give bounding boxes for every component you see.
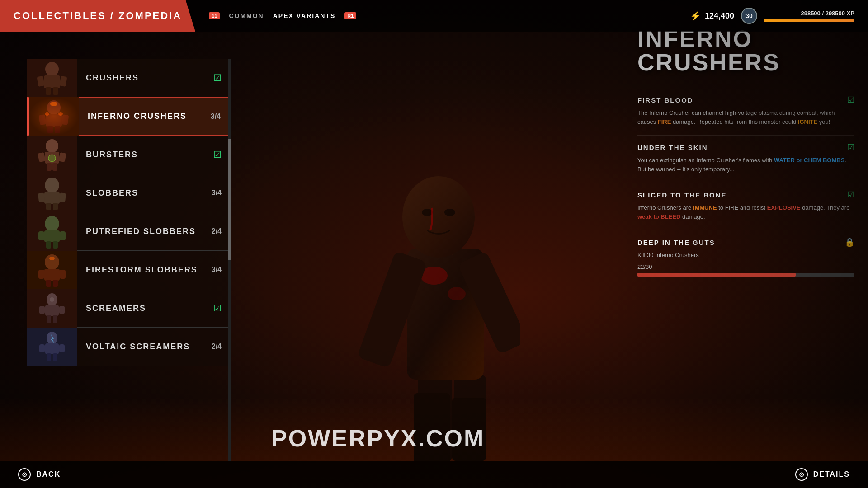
sidebar-item-label-firestorm: FIRESTORM SLOBBERS xyxy=(77,265,212,275)
highlight-immune-1: IMMUNE xyxy=(693,204,717,211)
monster-title: INFERNO CRUSHERS xyxy=(637,27,854,74)
svg-rect-50 xyxy=(39,344,45,352)
currency-value: 124,400 xyxy=(705,11,734,21)
sidebar-item-thumb-inferno xyxy=(29,97,79,136)
svg-point-64 xyxy=(402,176,475,258)
check-icon-sliced: ☑ xyxy=(847,190,854,200)
svg-rect-17 xyxy=(38,152,45,162)
details-button[interactable]: ⊙ DETAILS xyxy=(795,468,850,481)
tab-apex-variants[interactable]: APEX VARIANTS xyxy=(273,12,336,19)
sidebar-item-firestorm-slobbers[interactable]: FIRESTORM SLOBBERS 3/4 xyxy=(27,251,231,289)
info-entry-title-deep-guts: DEEP IN THE GUTS xyxy=(637,239,715,246)
sidebar-item-putrefied-slobbers[interactable]: PUTREFIED SLOBBERS 2/4 xyxy=(27,212,231,251)
inferno-glow xyxy=(29,97,79,136)
svg-rect-37 xyxy=(60,270,66,279)
svg-rect-33 xyxy=(53,241,58,249)
info-entry-header-under-skin: UNDER THE SKIN ☑ xyxy=(637,142,854,152)
common-badge: 11 xyxy=(209,12,220,19)
sidebar-scrollbar[interactable] xyxy=(228,59,231,461)
info-entry-body-sliced: Inferno Crushers are IMMUNE to FIRE and … xyxy=(637,203,854,221)
svg-rect-31 xyxy=(60,231,66,240)
svg-point-28 xyxy=(45,216,59,231)
xp-area: ⚡ 124,400 30 298500 / 298500 XP xyxy=(690,8,854,24)
svg-rect-30 xyxy=(38,231,44,240)
sidebar-item-thumb-putrefied xyxy=(27,212,77,251)
back-btn-icon: ⊙ xyxy=(18,468,31,481)
check-icon-first-blood: ☑ xyxy=(847,95,854,105)
sidebar-scrollbar-thumb xyxy=(228,139,231,260)
svg-rect-32 xyxy=(46,241,51,249)
sidebar-item-label-bursters: BURSTERS xyxy=(77,150,213,160)
svg-rect-53 xyxy=(53,353,57,361)
svg-rect-45 xyxy=(47,315,51,323)
progress-label: 22/30 xyxy=(637,263,854,270)
xp-bar-container: 298500 / 298500 XP xyxy=(764,10,854,22)
svg-rect-36 xyxy=(38,270,44,279)
xp-bar-fill xyxy=(764,19,854,22)
details-btn-label: DETAILS xyxy=(813,470,850,479)
highlight-fire-1: FIRE xyxy=(658,118,671,125)
sidebar-item-crushers[interactable]: CRUSHERS ☑ xyxy=(27,59,231,97)
sidebar-item-voltaic-screamers[interactable]: VOLTAIC SCREAMERS 2/4 xyxy=(27,328,231,366)
currency-display: ⚡ 124,400 xyxy=(690,10,734,21)
svg-rect-23 xyxy=(44,192,60,204)
sidebar-item-slobbers[interactable]: SLOBBERS 3/4 xyxy=(27,174,231,212)
info-entry-title-under-skin: UNDER THE SKIN xyxy=(637,144,708,151)
sidebar-item-screamers[interactable]: SCREAMERS ☑ xyxy=(27,289,231,328)
svg-point-47 xyxy=(50,297,54,302)
top-nav: 11 COMMON APEX VARIANTS R1 xyxy=(195,12,356,19)
top-bar: COLLECTIBLES / ZOMPEDIA 11 COMMON APEX V… xyxy=(0,0,868,32)
svg-point-21 xyxy=(48,155,56,162)
svg-point-15 xyxy=(46,139,58,153)
svg-rect-49 xyxy=(45,343,59,354)
info-entry-header-deep-guts: DEEP IN THE GUTS 🔒 xyxy=(637,237,854,247)
sidebar-item-label-crushers: CRUSHERS xyxy=(77,73,213,83)
svg-rect-27 xyxy=(53,203,58,210)
monster-figure xyxy=(348,122,520,461)
tab-common[interactable]: COMMON xyxy=(229,12,264,19)
svg-rect-5 xyxy=(53,87,58,95)
monster-display-area xyxy=(226,36,642,461)
svg-rect-35 xyxy=(44,269,60,281)
sidebar-item-thumb-bursters xyxy=(27,136,77,174)
sidebar-item-inferno-crushers[interactable]: INFERNO CRUSHERS 3/4 xyxy=(27,97,231,136)
collectibles-tab[interactable]: COLLECTIBLES / ZOMPEDIA xyxy=(0,0,195,32)
sidebar-item-thumb-firestorm xyxy=(27,251,77,289)
svg-rect-24 xyxy=(38,192,45,202)
svg-rect-39 xyxy=(53,280,58,287)
sidebar-item-label-inferno: INFERNO CRUSHERS xyxy=(79,112,211,121)
bottom-bar: ⊙ BACK ⊙ DETAILS xyxy=(0,461,868,488)
info-entry-under-the-skin: UNDER THE SKIN ☑ You can extinguish an I… xyxy=(637,135,854,174)
back-button[interactable]: ⊙ BACK xyxy=(18,468,61,481)
svg-rect-38 xyxy=(46,280,51,287)
sidebar-item-thumb-voltaic xyxy=(27,328,77,366)
svg-rect-20 xyxy=(52,163,57,171)
sidebar-item-label-screamers: SCREAMERS xyxy=(77,304,213,313)
sidebar-item-thumb-screamers xyxy=(27,289,77,328)
svg-rect-29 xyxy=(44,230,60,242)
deep-guts-text: Kill 30 Inferno Crushers xyxy=(637,252,699,258)
svg-rect-25 xyxy=(59,192,66,202)
progress-fill xyxy=(637,273,796,277)
svg-rect-1 xyxy=(44,75,60,88)
apex-badge: R1 xyxy=(344,12,356,19)
sidebar: CRUSHERS ☑ INFERNO CR xyxy=(27,59,231,461)
svg-rect-4 xyxy=(46,87,51,95)
sidebar-item-bursters[interactable]: BURSTERS ☑ xyxy=(27,136,231,174)
highlight-bleed-1: weak to BLEED xyxy=(637,213,680,220)
xp-bar xyxy=(764,19,854,22)
svg-rect-26 xyxy=(46,203,51,210)
svg-point-22 xyxy=(45,178,59,193)
svg-rect-19 xyxy=(47,163,52,171)
progress-bar xyxy=(637,273,854,277)
svg-rect-42 xyxy=(45,305,59,316)
svg-rect-3 xyxy=(60,76,67,87)
sidebar-item-thumb-crushers xyxy=(27,59,77,97)
progress-section: 22/30 xyxy=(637,263,854,277)
svg-rect-52 xyxy=(47,353,51,361)
svg-point-66 xyxy=(444,209,455,216)
check-icon-under-skin: ☑ xyxy=(847,142,854,152)
sidebar-item-label-voltaic: VOLTAIC SCREAMERS xyxy=(77,342,212,352)
highlight-water-1: WATER or CHEM BOMBS xyxy=(774,157,844,164)
lightning-icon: ⚡ xyxy=(690,10,701,21)
